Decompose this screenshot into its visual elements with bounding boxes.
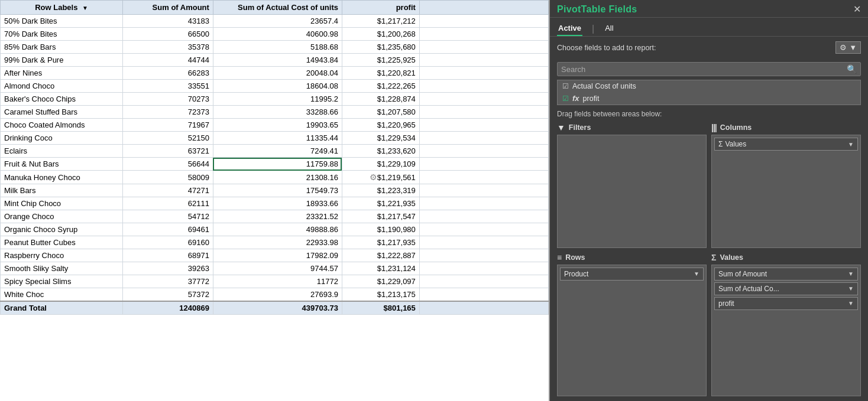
col-header-actual[interactable]: Sum of Actual Cost of units xyxy=(213,1,342,15)
table-row[interactable]: White Choc5737227693.9$1,213,175 xyxy=(1,288,549,302)
row-profit: $1,217,212 xyxy=(342,15,419,28)
values-chip-amount[interactable]: Sum of Amount ▼ xyxy=(714,268,858,281)
col-header-profit[interactable]: profit xyxy=(342,1,419,15)
row-amount: 54712 xyxy=(123,210,213,223)
table-row[interactable]: 50% Dark Bites4318323657.4$1,217,212 xyxy=(1,15,549,28)
field-item-profit[interactable]: ☑ fx profit xyxy=(558,92,860,105)
row-profit: $1,200,268 xyxy=(342,28,419,41)
col-header-amount[interactable]: Sum of Amount xyxy=(123,1,213,15)
row-amount: 57372 xyxy=(123,288,213,302)
rows-drop-area[interactable]: Product ▼ xyxy=(557,265,707,397)
table-row[interactable]: Eclairs637217249.41$1,233,620 xyxy=(1,145,549,158)
rows-title: ≡ Rows xyxy=(557,253,707,262)
row-actual: 22933.98 xyxy=(213,236,342,249)
fx-icon: fx xyxy=(572,94,579,103)
table-row[interactable]: 85% Dark Bars353785188.68$1,235,680 xyxy=(1,41,549,54)
table-row[interactable]: Drinking Coco5215011335.44$1,229,534 xyxy=(1,132,549,145)
columns-drop-area[interactable]: Σ Values ▼ xyxy=(711,135,861,248)
row-profit: $1,222,887 xyxy=(342,249,419,262)
tab-separator: | xyxy=(592,24,594,34)
table-row[interactable]: Fruit & Nut Bars5664411759.88$1,229,109 xyxy=(1,158,549,171)
row-empty xyxy=(419,145,548,158)
table-row[interactable]: After Nines6628320048.04$1,220,821 xyxy=(1,67,549,80)
row-profit: $1,223,319 xyxy=(342,184,419,197)
table-row[interactable]: Manuka Honey Choco5800921308.16⚙$1,219,5… xyxy=(1,171,549,184)
row-profit: $1,229,534 xyxy=(342,132,419,145)
search-box[interactable]: 🔍 xyxy=(557,62,861,76)
row-empty xyxy=(419,93,548,106)
columns-label: Columns xyxy=(720,123,752,132)
tab-all[interactable]: All xyxy=(604,21,614,36)
table-row[interactable]: Almond Choco3355118604.08$1,222,265 xyxy=(1,80,549,93)
grand-total-label: Grand Total xyxy=(1,301,123,315)
row-amount: 35378 xyxy=(123,41,213,54)
field-checkbox-profit[interactable]: ☑ xyxy=(562,94,569,103)
table-row[interactable]: Mint Chip Choco6211118933.66$1,221,935 xyxy=(1,197,549,210)
row-empty xyxy=(419,262,548,275)
values-chip-actual[interactable]: Sum of Actual Co... ▼ xyxy=(714,282,858,295)
gear-icon: ⚙ xyxy=(840,43,847,52)
filter-dropdown-icon[interactable]: ▼ xyxy=(82,5,88,11)
col-header-row-labels[interactable]: Row Labels ▼ xyxy=(1,1,123,15)
row-actual: 19903.65 xyxy=(213,119,342,132)
tab-active[interactable]: Active xyxy=(557,21,582,36)
table-row[interactable]: 70% Dark Bites6650040600.98$1,200,268 xyxy=(1,28,549,41)
fields-panel: PivotTable Fields ✕ Active | All Choose … xyxy=(550,0,868,401)
row-empty xyxy=(419,67,548,80)
row-actual: 11772 xyxy=(213,275,342,288)
row-empty xyxy=(419,236,548,249)
panel-title: PivotTable Fields xyxy=(557,4,637,15)
field-item-actual-cost[interactable]: ☑ Actual Cost of units xyxy=(558,80,860,92)
row-amount: 66500 xyxy=(123,28,213,41)
values-drop-area[interactable]: Sum of Amount ▼ Sum of Actual Co... ▼ pr… xyxy=(711,265,861,397)
drag-areas: ▼ Filters ||| Columns Σ Values ▼ xyxy=(550,123,868,401)
fields-section-row: Choose fields to add to report: ⚙ ▼ xyxy=(557,41,861,54)
row-empty xyxy=(419,249,548,262)
row-actual: 21308.16 xyxy=(213,171,342,184)
table-row[interactable]: Spicy Special Slims3777211772$1,229,097 xyxy=(1,275,549,288)
row-empty xyxy=(419,80,548,93)
table-row[interactable]: Caramel Stuffed Bars7237333288.66$1,207,… xyxy=(1,106,549,119)
table-row[interactable]: Milk Bars4727117549.73$1,223,319 xyxy=(1,184,549,197)
rows-chip-product[interactable]: Product ▼ xyxy=(560,268,704,281)
search-input[interactable] xyxy=(561,65,847,74)
values-chip-profit[interactable]: profit ▼ xyxy=(714,297,858,310)
table-row[interactable]: Choco Coated Almonds7196719903.65$1,220,… xyxy=(1,119,549,132)
table-row[interactable]: Raspberry Choco6897117982.09$1,222,887 xyxy=(1,249,549,262)
field-label-profit: profit xyxy=(583,94,600,103)
panel-close-button[interactable]: ✕ xyxy=(853,4,861,15)
fields-section-label: Choose fields to add to report: xyxy=(557,44,656,52)
table-row[interactable]: Peanut Butter Cubes6916022933.98$1,217,9… xyxy=(1,236,549,249)
row-profit: $1,231,124 xyxy=(342,262,419,275)
table-body: 50% Dark Bites4318323657.4$1,217,21270% … xyxy=(1,15,549,315)
row-empty xyxy=(419,210,548,223)
row-amount: 63721 xyxy=(123,145,213,158)
table-row[interactable]: Organic Choco Syrup6946149888.86$1,190,9… xyxy=(1,223,549,236)
row-label: Manuka Honey Choco xyxy=(1,171,123,184)
row-empty xyxy=(419,28,548,41)
row-profit: $1,228,874 xyxy=(342,93,419,106)
columns-chip-values[interactable]: Σ Values ▼ xyxy=(714,138,858,151)
row-actual: 11759.88 xyxy=(213,158,342,171)
values-chip-actual-label: Sum of Actual Co... xyxy=(718,285,848,293)
rows-chip-label: Product xyxy=(564,270,694,278)
filters-drop-area[interactable] xyxy=(557,135,707,248)
row-amount: 39263 xyxy=(123,262,213,275)
row-amount: 62111 xyxy=(123,197,213,210)
row-amount: 66283 xyxy=(123,67,213,80)
filter-icon: ▼ xyxy=(557,123,565,132)
rows-section: ≡ Rows Product ▼ xyxy=(557,253,707,397)
row-profit: $1,220,821 xyxy=(342,67,419,80)
row-empty xyxy=(419,184,548,197)
row-label: Fruit & Nut Bars xyxy=(1,158,123,171)
table-row[interactable]: Baker's Choco Chips7027311995.2$1,228,87… xyxy=(1,93,549,106)
row-empty xyxy=(419,171,548,184)
gear-button[interactable]: ⚙ ▼ xyxy=(835,41,861,54)
table-row[interactable]: Orange Choco5471223321.52$1,217,547 xyxy=(1,210,549,223)
rows-chip-arrow: ▼ xyxy=(694,270,699,277)
row-profit: $1,213,175 xyxy=(342,288,419,302)
table-row[interactable]: Smooth Sliky Salty392639744.57$1,231,124 xyxy=(1,262,549,275)
field-checkbox-actual[interactable]: ☑ xyxy=(562,82,569,90)
row-label: Almond Choco xyxy=(1,80,123,93)
table-row[interactable]: 99% Dark & Pure4474414943.84$1,225,925 xyxy=(1,54,549,67)
